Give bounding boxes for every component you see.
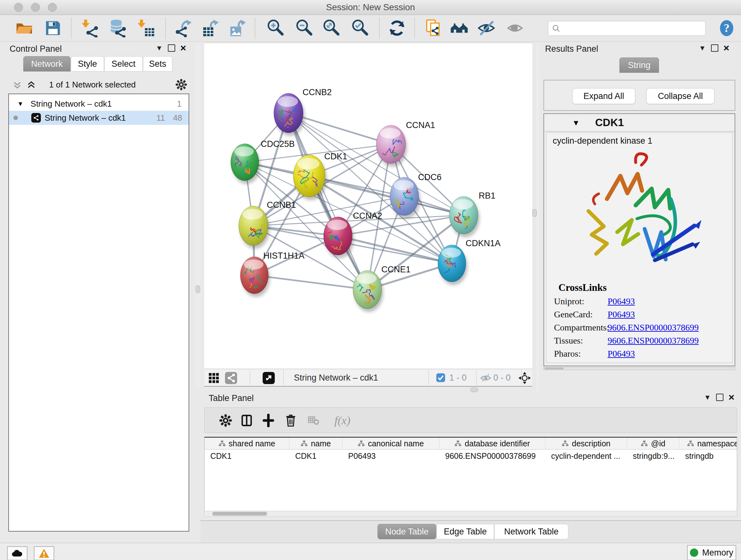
left-splitter-handle[interactable]	[196, 286, 200, 293]
add-column-icon[interactable]	[261, 413, 276, 428]
network-node-CDK1[interactable]	[293, 155, 327, 200]
search-icon	[552, 24, 560, 33]
crosslink-value-link[interactable]: P06493	[608, 309, 635, 320]
network-edge-HIST1H1A-CCNE1[interactable]	[254, 275, 367, 290]
cloud-status-button[interactable]	[7, 546, 27, 560]
tab-edge-table[interactable]: Edge Table	[436, 524, 494, 539]
results-scrollbar[interactable]	[543, 367, 735, 370]
zoom-selected-icon[interactable]	[350, 18, 370, 38]
import-table-icon[interactable]	[137, 18, 156, 38]
crosslink-value-link[interactable]: 9606.ENSP00000378699	[608, 335, 698, 346]
column-header-shared-name[interactable]: shared name	[205, 438, 289, 449]
toolbar-separator	[250, 370, 250, 385]
network-row-selected[interactable]: String Network – cdk1 11 48	[9, 111, 189, 125]
control-panel: Control Panel ▼ × Network Style Select S…	[3, 43, 195, 532]
show-eye-icon[interactable]	[505, 18, 525, 38]
crosslink-value-link[interactable]: P06493	[608, 349, 635, 359]
column-header-name[interactable]: name	[289, 438, 342, 449]
tab-style[interactable]: Style	[71, 56, 104, 71]
card-collapse-icon[interactable]: ▼	[572, 118, 580, 127]
collapse-all-button[interactable]: Collapse All	[646, 88, 715, 104]
hidden-eye-slash-icon[interactable]	[479, 372, 492, 384]
zoom-out-icon[interactable]	[294, 18, 314, 38]
collapse-panel-icon[interactable]: ▼	[699, 45, 706, 52]
export-network-icon[interactable]	[174, 18, 194, 38]
network-node-CDC6[interactable]	[390, 177, 420, 219]
network-node-CCNA1[interactable]	[373, 125, 407, 167]
collapse-panel-icon[interactable]: ▼	[704, 394, 711, 401]
warning-status-button[interactable]	[34, 546, 54, 560]
float-panel-icon[interactable]	[168, 44, 175, 52]
open-file-icon[interactable]	[14, 18, 34, 38]
table-settings-gear-icon[interactable]	[218, 413, 233, 428]
tab-network-table[interactable]: Network Table	[494, 524, 568, 539]
refresh-layout-icon[interactable]	[387, 18, 407, 38]
close-panel-icon[interactable]: ×	[729, 393, 735, 401]
delete-column-icon[interactable]	[283, 413, 298, 428]
network-view-mode-icon[interactable]	[225, 372, 238, 384]
crosslink-value-link[interactable]: P06493	[608, 296, 635, 307]
export-image-icon[interactable]	[228, 18, 248, 38]
save-session-icon[interactable]	[43, 18, 63, 38]
network-canvas[interactable]: CCNB2CCNA1CDC25BCDK1CDC6RB1CCNB1CCNA2CDK…	[204, 43, 532, 369]
network-node-CCNB2[interactable]	[274, 93, 305, 136]
cloud-icon	[11, 549, 23, 557]
toolbar-separator	[428, 370, 429, 385]
close-panel-icon[interactable]: ×	[180, 44, 186, 52]
tab-node-table[interactable]: Node Table	[378, 524, 436, 539]
tree-expand-icon[interactable]: ▼	[17, 100, 23, 108]
table-body: CDK1CDK1P064939606.ENSP00000378699cyclin…	[205, 449, 737, 462]
select-columns-icon[interactable]	[239, 413, 254, 428]
crosslink-label: Compartments:	[554, 322, 608, 333]
table-cell: CDK1	[205, 449, 289, 462]
float-panel-icon[interactable]	[711, 44, 718, 52]
scrollbar-thumb[interactable]	[212, 512, 267, 516]
selected-checkbox-icon[interactable]	[436, 373, 446, 382]
search-input[interactable]	[548, 21, 705, 36]
network-node-HIST1H1A[interactable]	[240, 257, 270, 299]
float-panel-icon[interactable]	[716, 394, 724, 401]
table-row[interactable]: CDK1CDK1P064939606.ENSP00000378699cyclin…	[205, 449, 737, 462]
gene-card-body: cyclin-dependent kinase 1	[546, 132, 733, 363]
tab-select[interactable]: Select	[105, 56, 143, 71]
tab-sets[interactable]: Sets	[143, 56, 172, 71]
left-splitter[interactable]	[195, 43, 200, 387]
grid-view-icon[interactable]	[207, 372, 220, 384]
network-edge-CCNB2-CCNE1[interactable]	[288, 113, 367, 290]
expand-all-button[interactable]: Expand All	[572, 88, 635, 104]
show-all-icon[interactable]	[449, 18, 469, 38]
column-header-label: description	[572, 439, 610, 448]
column-header--id[interactable]: @id	[627, 438, 679, 449]
column-header-canonical-name[interactable]: canonical name	[342, 438, 440, 449]
node-label-CCNE1: CCNE1	[381, 265, 411, 274]
memory-button[interactable]: Memory	[687, 545, 736, 560]
hide-selected-icon[interactable]	[476, 18, 496, 38]
column-header-description[interactable]: description	[545, 438, 627, 449]
close-panel-icon[interactable]: ×	[724, 44, 730, 52]
open-in-new-window-icon[interactable]	[262, 372, 275, 384]
zoom-in-icon[interactable]	[266, 18, 286, 38]
table-horizontal-scrollbar[interactable]	[204, 511, 737, 516]
crosslink-row: GeneCard:P06493	[554, 309, 732, 320]
crosslink-value-link[interactable]: 9606.ENSP00000378699	[608, 322, 698, 333]
column-header-label: canonical name	[368, 439, 424, 448]
collapse-panel-icon[interactable]: ▼	[156, 45, 163, 52]
export-table-icon[interactable]	[201, 18, 221, 38]
duplicate-network-icon[interactable]	[424, 18, 444, 38]
import-network-file-icon[interactable]	[81, 18, 100, 38]
tab-string[interactable]: String	[619, 57, 659, 73]
tab-network[interactable]: Network	[23, 56, 71, 71]
network-node-CCNA2[interactable]	[321, 217, 354, 258]
bottom-splitter-handle[interactable]	[470, 388, 478, 392]
help-icon[interactable]: ?	[719, 19, 735, 37]
import-network-database-icon[interactable]	[108, 18, 128, 38]
column-header-namespace[interactable]: namespace	[679, 438, 737, 449]
birds-eye-view-icon[interactable]	[518, 371, 532, 385]
zoom-fit-icon[interactable]	[322, 18, 341, 38]
column-header-database-identifier[interactable]: database identifier	[440, 438, 545, 449]
network-node-CCNB1[interactable]	[239, 206, 270, 249]
network-options-gear-icon[interactable]	[175, 78, 187, 92]
network-collection-row[interactable]: ▼ String Network – cdk1 1	[9, 97, 189, 111]
node-label-CDKN1A: CDKN1A	[466, 239, 501, 248]
right-splitter[interactable]	[536, 43, 539, 392]
